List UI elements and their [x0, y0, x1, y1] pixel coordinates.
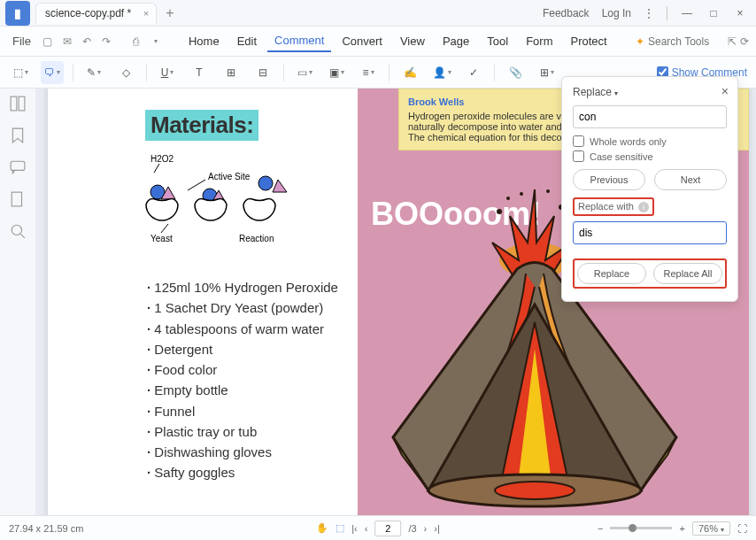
- zoom-out-icon[interactable]: −: [598, 523, 603, 534]
- find-input[interactable]: [573, 105, 727, 128]
- file-menu[interactable]: File: [7, 35, 36, 48]
- label-yeast: Yeast: [150, 234, 173, 243]
- materials-list: 125ml 10% Hydrogen Peroxide 1 Sachet Dry…: [147, 277, 347, 483]
- redo-icon[interactable]: ↷: [98, 34, 114, 50]
- page-dimensions: 27.94 x 21.59 cm: [9, 523, 83, 534]
- page-total: /3: [408, 523, 416, 534]
- page-input[interactable]: [374, 521, 401, 536]
- list-item: Plastic tray or tub: [147, 421, 347, 442]
- next-page-icon[interactable]: ›: [424, 523, 428, 534]
- menu-comment[interactable]: Comment: [267, 30, 331, 52]
- thumbnails-icon[interactable]: [10, 96, 26, 112]
- close-panel-icon[interactable]: ×: [721, 84, 729, 98]
- first-page-icon[interactable]: |‹: [351, 523, 358, 534]
- label-h2o2: H2O2: [150, 154, 174, 164]
- sign-tool[interactable]: ✍: [398, 61, 421, 84]
- menu-form[interactable]: Form: [519, 31, 559, 51]
- close-tab-icon[interactable]: ×: [143, 8, 149, 19]
- zoom-in-icon[interactable]: +: [679, 523, 684, 534]
- label-reaction: Reaction: [239, 234, 274, 243]
- list-item: Dishwashing gloves: [147, 442, 347, 462]
- print-dropdown-icon[interactable]: ▾: [148, 34, 164, 50]
- minimize-icon[interactable]: —: [680, 7, 694, 19]
- svg-point-4: [12, 225, 21, 235]
- list-item: Funnel: [147, 401, 347, 421]
- document-tab[interactable]: science-copy.pdf * ×: [35, 3, 157, 24]
- print-icon[interactable]: ⎙: [128, 34, 144, 50]
- zoom-slider[interactable]: [610, 527, 672, 529]
- cloud-icon[interactable]: ⟳: [740, 35, 749, 48]
- menu-view[interactable]: View: [393, 31, 432, 51]
- menu-edit[interactable]: Edit: [230, 31, 264, 51]
- case-sensitive-checkbox[interactable]: Case sensitive: [573, 150, 727, 162]
- prev-page-icon[interactable]: ‹: [365, 523, 368, 534]
- replace-all-button[interactable]: Replace All: [653, 263, 722, 284]
- svg-rect-2: [11, 161, 25, 170]
- note-tool[interactable]: 🗨▾: [41, 61, 64, 84]
- stamp-tool[interactable]: ▣▾: [325, 61, 348, 84]
- svg-point-20: [495, 482, 575, 499]
- share-icon[interactable]: ⇱: [728, 35, 737, 48]
- magic-icon[interactable]: ✦: [636, 35, 644, 48]
- attachment-panel-icon[interactable]: [10, 191, 26, 207]
- replace-input[interactable]: [573, 221, 727, 244]
- textbox-tool[interactable]: ⊞: [220, 61, 243, 84]
- text-tool[interactable]: T: [188, 61, 211, 84]
- search-tools-input[interactable]: [648, 35, 719, 48]
- menu-convert[interactable]: Convert: [335, 31, 390, 51]
- fit-icon[interactable]: ⛶: [737, 523, 747, 534]
- select-tool[interactable]: ⬚▾: [9, 61, 32, 84]
- callout-tool[interactable]: ⊟: [251, 61, 274, 84]
- more-icon[interactable]: ⋮: [644, 7, 654, 19]
- info-icon[interactable]: i: [638, 202, 649, 212]
- login-link[interactable]: Log In: [602, 7, 631, 19]
- highlight-tool[interactable]: ✎▾: [82, 61, 105, 84]
- measure-tool[interactable]: ≡▾: [357, 61, 380, 84]
- menu-tool[interactable]: Tool: [480, 31, 515, 51]
- mail-icon[interactable]: ✉: [59, 34, 75, 50]
- undo-icon[interactable]: ↶: [79, 34, 95, 50]
- svg-line-5: [20, 234, 25, 238]
- svg-marker-11: [273, 180, 287, 192]
- stamp2-tool[interactable]: 👤▾: [430, 61, 453, 84]
- list-item: Detergent: [147, 339, 347, 359]
- list-item: 125ml 10% Hydrogen Peroxide: [147, 277, 347, 297]
- next-button[interactable]: Next: [654, 169, 727, 190]
- svg-rect-1: [19, 96, 25, 111]
- close-window-icon[interactable]: ×: [733, 7, 747, 19]
- bookmark-icon[interactable]: [10, 127, 26, 143]
- svg-rect-0: [11, 96, 17, 111]
- comment-panel-icon[interactable]: [10, 159, 26, 175]
- approve-tool[interactable]: ✓: [462, 61, 485, 84]
- last-page-icon[interactable]: ›|: [434, 523, 440, 534]
- save-icon[interactable]: ▢: [40, 34, 56, 50]
- materials-heading: Materials:: [145, 110, 258, 141]
- maximize-icon[interactable]: □: [706, 7, 721, 19]
- whole-words-checkbox[interactable]: Whole words only: [573, 135, 727, 147]
- new-tab-button[interactable]: +: [166, 5, 174, 21]
- eraser-tool[interactable]: ◇: [114, 61, 137, 84]
- shape-tool[interactable]: ▭▾: [293, 61, 316, 84]
- svg-point-18: [546, 189, 550, 193]
- svg-point-17: [520, 192, 523, 196]
- yeast-diagram: H2O2 Active Site: [142, 151, 347, 249]
- svg-point-13: [497, 209, 502, 214]
- menu-page[interactable]: Page: [436, 31, 476, 51]
- replace-button[interactable]: Replace: [577, 263, 646, 284]
- svg-rect-3: [12, 192, 21, 206]
- zoom-value[interactable]: 76% ▾: [692, 521, 730, 536]
- menu-home[interactable]: Home: [181, 31, 227, 51]
- select-mode-icon[interactable]: ⬚: [336, 522, 344, 534]
- replace-with-label: Replace with i: [573, 197, 654, 216]
- search-panel-icon[interactable]: [10, 223, 26, 239]
- attach-tool[interactable]: 📎: [504, 61, 527, 84]
- previous-button[interactable]: Previous: [573, 169, 645, 190]
- more-tools[interactable]: ⊞▾: [536, 61, 559, 84]
- menu-protect[interactable]: Protect: [563, 31, 613, 51]
- list-item: Empty bottle: [147, 380, 347, 400]
- hand-tool-icon[interactable]: ✋: [316, 522, 328, 534]
- app-icon: ▮: [5, 1, 30, 26]
- underline-tool[interactable]: U▾: [156, 61, 179, 84]
- replace-dropdown[interactable]: Replace ▾: [573, 86, 727, 98]
- feedback-link[interactable]: Feedback: [543, 7, 590, 19]
